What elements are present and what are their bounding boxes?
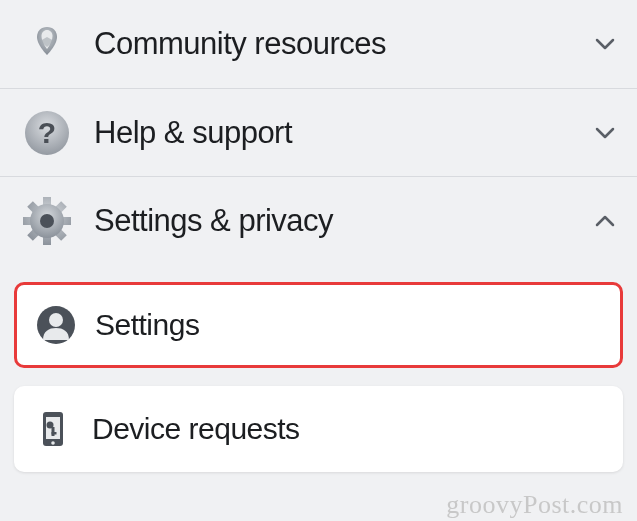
menu-item-label: Settings & privacy: [94, 203, 593, 239]
person-circle-icon: [35, 304, 77, 346]
sub-item-settings[interactable]: Settings: [14, 282, 623, 368]
menu-item-label: Help & support: [94, 115, 593, 151]
chevron-up-icon: [593, 209, 617, 233]
svg-point-9: [51, 441, 55, 445]
svg-point-5: [49, 313, 63, 327]
svg-text:?: ?: [38, 116, 56, 149]
menu-item-community-resources[interactable]: Community resources: [0, 0, 637, 88]
menu-item-label: Community resources: [94, 26, 593, 62]
sub-item-label: Device requests: [92, 412, 605, 446]
svg-point-3: [40, 214, 54, 228]
watermark: groovyPost.com: [446, 490, 623, 520]
question-icon: ?: [20, 106, 74, 160]
svg-rect-12: [52, 432, 57, 435]
sub-item-label: Settings: [95, 308, 602, 342]
chevron-down-icon: [593, 121, 617, 145]
svg-rect-11: [52, 427, 55, 436]
settings-menu: Community resources ? Help & support: [0, 0, 637, 490]
menu-item-help-support[interactable]: ? Help & support: [0, 88, 637, 176]
device-key-icon: [32, 408, 74, 450]
sub-item-device-requests[interactable]: Device requests: [14, 386, 623, 472]
settings-privacy-submenu: Settings Device requests: [0, 282, 637, 490]
gear-icon: [20, 194, 74, 248]
handshake-icon: [20, 17, 74, 71]
chevron-down-icon: [593, 32, 617, 56]
menu-item-settings-privacy[interactable]: Settings & privacy: [0, 176, 637, 264]
